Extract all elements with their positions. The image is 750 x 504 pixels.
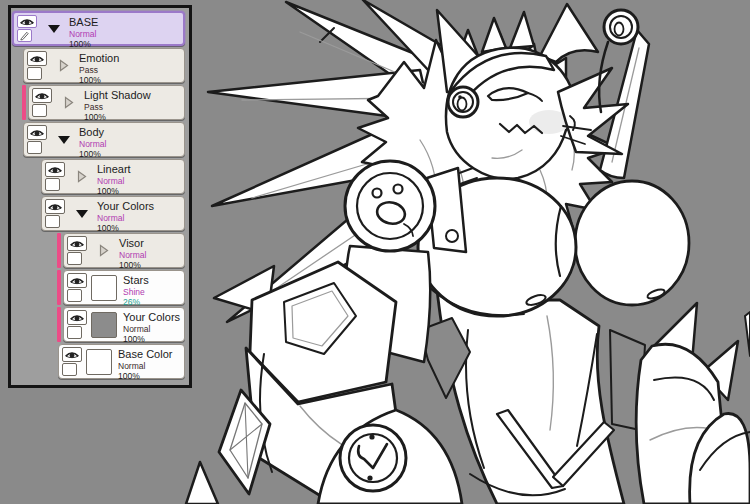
visibility-toggle[interactable] [67, 236, 87, 251]
layer-info: Lineart Normal 100% [97, 162, 131, 191]
layer-icon-column [27, 125, 50, 154]
layer-name: Light Shadow [84, 89, 151, 102]
visibility-toggle[interactable] [32, 88, 52, 103]
layer-row-stars[interactable]: Stars Shine 26% [63, 270, 185, 305]
layer-opacity: 100% [123, 334, 180, 344]
layer-info: Base Color Normal 100% [118, 347, 172, 376]
layer-thumbnail[interactable] [91, 312, 117, 338]
eye-icon [19, 16, 35, 27]
visibility-toggle[interactable] [67, 273, 87, 288]
blend-mode: Normal [69, 29, 98, 39]
layer-name: Visor [119, 237, 146, 250]
expand-toggle[interactable] [57, 136, 70, 144]
layer-thumbnail[interactable] [91, 275, 117, 301]
layer-info: Light Shadow Pass 100% [84, 88, 151, 117]
layer-opacity: 100% [79, 75, 119, 85]
layer-row-base-color[interactable]: Base Color Normal 100% [58, 344, 185, 379]
layer-thumbnail-small[interactable] [32, 104, 47, 117]
blend-mode: Pass [84, 102, 151, 112]
visibility-toggle[interactable] [45, 162, 65, 177]
clipping-indicator-box[interactable] [62, 363, 77, 376]
eye-icon [34, 90, 50, 101]
layer-name: BASE [69, 16, 98, 29]
triangle-right-icon [77, 170, 87, 183]
blend-mode: Pass [79, 65, 119, 75]
expand-toggle[interactable] [57, 59, 70, 72]
layer-opacity: 100% [97, 186, 131, 196]
triangle-right-icon [59, 59, 69, 72]
layer-icon-column [45, 199, 68, 228]
blend-mode: Normal [123, 324, 180, 334]
layer-name: Your Colors [123, 311, 180, 324]
layer-icon-column [67, 273, 90, 302]
triangle-down-icon [48, 25, 60, 33]
layer-opacity: 26% [123, 297, 149, 307]
layer-icon-column [62, 347, 85, 376]
layer-thumbnail-small[interactable] [45, 178, 60, 191]
visibility-toggle[interactable] [67, 310, 87, 325]
layer-icon-column [67, 310, 90, 339]
triangle-down-icon [58, 136, 70, 144]
eye-icon [29, 53, 45, 64]
layer-name: Lineart [97, 163, 131, 176]
blend-mode: Normal [119, 250, 146, 260]
layer-row-visor[interactable]: Visor Normal 100% [63, 233, 185, 268]
clipping-indicator-box[interactable] [67, 326, 82, 339]
layer-row-your-colors-folder[interactable]: Your Colors Normal 100% [41, 196, 185, 231]
visibility-toggle[interactable] [45, 199, 65, 214]
layer-row-emotion[interactable]: Emotion Pass 100% [23, 48, 185, 83]
visibility-toggle[interactable] [62, 347, 82, 362]
layer-opacity: 100% [97, 223, 154, 233]
expand-toggle[interactable] [75, 210, 88, 218]
layer-opacity: 100% [84, 112, 151, 122]
expand-toggle[interactable] [75, 170, 88, 183]
active-marker-stripe [22, 85, 26, 120]
layer-icon-column [17, 15, 40, 42]
layer-opacity: 100% [79, 149, 106, 159]
layer-opacity: 100% [119, 260, 146, 270]
layer-thumbnail-small[interactable] [27, 141, 42, 154]
active-marker-stripe [57, 233, 61, 268]
layer-row-lineart[interactable]: Lineart Normal 100% [41, 159, 185, 194]
layer-icon-column [45, 162, 68, 191]
clipping-indicator-box[interactable] [67, 289, 82, 302]
paint-target-indicator[interactable] [17, 29, 32, 42]
active-marker-stripe [57, 270, 61, 305]
layer-name: Stars [123, 274, 149, 287]
layer-icon-column [27, 51, 50, 80]
layer-info: Visor Normal 100% [119, 236, 146, 265]
layer-thumbnail[interactable] [86, 349, 112, 375]
layer-info: Stars Shine 26% [123, 273, 149, 302]
layers-panel: BASE Normal 100% Emotion Pass 100% [8, 5, 192, 388]
blend-mode: Normal [97, 213, 154, 223]
layer-info: Body Normal 100% [79, 125, 106, 154]
blend-mode: Shine [123, 287, 149, 297]
layer-row-your-colors-layer[interactable]: Your Colors Normal 100% [63, 307, 185, 342]
visibility-toggle[interactable] [27, 51, 47, 66]
eye-icon [69, 238, 85, 249]
active-marker-stripe [57, 307, 61, 342]
pencil-icon [19, 30, 30, 41]
layer-opacity: 100% [118, 371, 172, 381]
layer-row-body[interactable]: Body Normal 100% [23, 122, 185, 157]
visibility-toggle[interactable] [17, 15, 37, 28]
visibility-toggle[interactable] [27, 125, 47, 140]
triangle-right-icon [99, 244, 109, 257]
layer-name: Base Color [118, 348, 172, 361]
layer-row-base[interactable]: BASE Normal 100% [12, 11, 185, 46]
expand-toggle[interactable] [47, 25, 60, 33]
layer-row-light-shadow[interactable]: Light Shadow Pass 100% [28, 85, 185, 120]
expand-toggle[interactable] [97, 244, 110, 257]
eye-icon [69, 275, 85, 286]
layer-thumbnail-small[interactable] [67, 252, 82, 265]
layer-info: Your Colors Normal 100% [97, 199, 154, 228]
eye-icon [47, 164, 63, 175]
blend-mode: Normal [118, 361, 172, 371]
layer-thumbnail-small[interactable] [27, 67, 42, 80]
layer-thumbnail-small[interactable] [45, 215, 60, 228]
layer-name: Body [79, 126, 106, 139]
layer-icon-column [32, 88, 55, 117]
eye-icon [69, 312, 85, 323]
layer-info: BASE Normal 100% [69, 15, 98, 42]
expand-toggle[interactable] [62, 96, 75, 109]
